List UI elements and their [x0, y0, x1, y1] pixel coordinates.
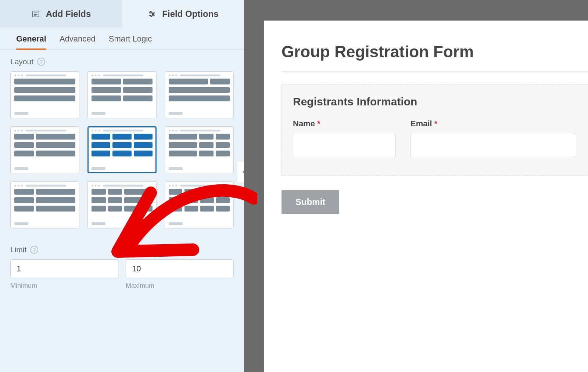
- form-title: Group Registration Form: [282, 43, 588, 72]
- name-label: Name: [293, 119, 315, 128]
- field-email: Email*: [410, 119, 576, 157]
- limit-min-label: Minimum: [10, 282, 118, 290]
- list-icon: [31, 10, 40, 18]
- layout-option-1-2b[interactable]: [10, 126, 79, 173]
- sub-tab-advanced[interactable]: Advanced: [60, 34, 96, 50]
- email-label: Email: [410, 119, 432, 128]
- tab-field-options[interactable]: Field Options: [122, 0, 244, 28]
- tab-add-fields[interactable]: Add Fields: [0, 0, 122, 28]
- layout-option-1-2[interactable]: [165, 71, 234, 118]
- email-input[interactable]: [410, 134, 576, 157]
- field-options-sidebar: Add Fields Field Options General Advance…: [0, 0, 244, 372]
- layout-option-2-1[interactable]: [165, 126, 234, 173]
- limit-min-input[interactable]: [10, 259, 118, 278]
- layout-option-3col[interactable]: [87, 126, 157, 173]
- layout-label-row: Layout ?: [10, 57, 234, 66]
- svg-point-8: [152, 13, 154, 15]
- tab-field-options-label: Field Options: [162, 9, 218, 19]
- limit-label-row: Limit ?: [10, 245, 234, 254]
- limit-max-input[interactable]: [126, 259, 234, 278]
- required-mark: *: [317, 119, 320, 128]
- limit-label: Limit: [10, 245, 26, 254]
- sub-tab-general[interactable]: General: [16, 34, 46, 50]
- email-label-row: Email*: [410, 119, 576, 129]
- svg-point-7: [150, 11, 151, 13]
- layout-option-4col[interactable]: [165, 181, 234, 228]
- layout-option-1col[interactable]: [10, 71, 79, 118]
- limit-min-col: Minimum: [10, 259, 118, 290]
- repeater-group[interactable]: Registrants Information Name* Email*: [282, 84, 588, 176]
- svg-point-9: [151, 15, 152, 17]
- preview-area: Group Registration Form Registrants Info…: [244, 0, 588, 372]
- name-label-row: Name*: [293, 119, 396, 129]
- layout-grid: [10, 71, 234, 228]
- layout-label: Layout: [10, 57, 33, 66]
- sliders-icon: [147, 10, 156, 18]
- name-input[interactable]: [293, 134, 396, 157]
- sub-tab-smart-logic[interactable]: Smart Logic: [109, 34, 152, 50]
- form-preview: Group Registration Form Registrants Info…: [264, 21, 588, 372]
- submit-button[interactable]: Submit: [282, 190, 339, 214]
- limit-max-col: Maximum: [126, 259, 234, 290]
- group-title: Registrants Information: [293, 95, 576, 108]
- limit-max-label: Maximum: [126, 282, 234, 290]
- layout-option-2col[interactable]: [87, 71, 157, 118]
- top-tabs: Add Fields Field Options: [0, 0, 244, 28]
- tab-add-fields-label: Add Fields: [46, 9, 91, 19]
- help-icon[interactable]: ?: [37, 58, 45, 66]
- limit-section: Limit ? Minimum Maximum: [0, 238, 244, 290]
- layout-option-1-1-2[interactable]: [87, 181, 157, 228]
- layout-option-1-2c[interactable]: [10, 181, 79, 228]
- required-mark: *: [434, 119, 438, 128]
- field-name: Name*: [293, 119, 396, 157]
- layout-section: Layout ?: [0, 50, 244, 228]
- help-icon[interactable]: ?: [30, 246, 38, 254]
- sub-tabs: General Advanced Smart Logic: [0, 28, 244, 50]
